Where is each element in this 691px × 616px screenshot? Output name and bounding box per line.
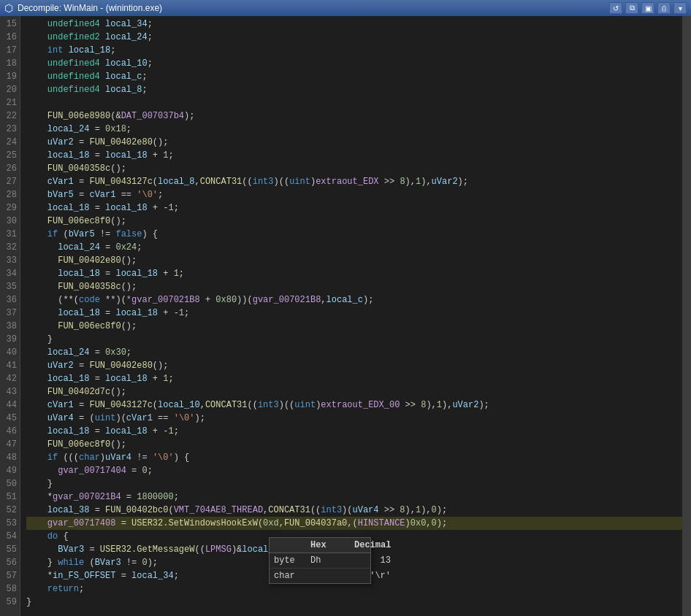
tooltip-byte-label: byte — [274, 555, 310, 566]
line-number: 42 — [0, 372, 17, 385]
code-line: return; — [26, 582, 682, 596]
code-line: FUN_006e8980(&DAT_007037b4); — [26, 109, 682, 123]
code-line: if (bVar5 != false) { — [26, 228, 682, 241]
line-number: 54 — [0, 530, 17, 543]
code-line: local_18 = local_18 + -1; — [26, 201, 682, 215]
line-number: 58 — [0, 582, 17, 596]
line-number: 30 — [0, 215, 17, 228]
code-line: undefined4 local_34; — [26, 18, 682, 31]
copy-button[interactable]: ⧉ — [625, 2, 638, 14]
titlebar-controls[interactable]: ↺ ⧉ ▣ ⎙ ▾ — [609, 2, 687, 14]
line-number: 49 — [0, 464, 17, 477]
code-area[interactable]: undefined4 local_34; undefined2 local_24… — [20, 16, 682, 616]
line-number: 28 — [0, 188, 17, 201]
titlebar-title: Decompile: WinMain - (winintion.exe) — [18, 3, 162, 13]
code-line: FUN_006ec8f0(); — [26, 215, 682, 228]
line-number: 38 — [0, 320, 17, 333]
code-line: cVar1 = FUN_0043127c(local_10,CONCAT31((… — [26, 399, 682, 412]
code-line: undefined4 local_c; — [26, 70, 682, 83]
line-number: 47 — [0, 438, 17, 451]
code-line: local_18 = local_18 + -1; — [26, 307, 682, 320]
line-number: 41 — [0, 359, 17, 372]
code-line: local_18 = local_18 + 1; — [26, 267, 682, 280]
line-number: 36 — [0, 293, 17, 307]
line-number: 35 — [0, 280, 17, 293]
code-line: FUN_00402e80(); — [26, 254, 682, 267]
line-number: 57 — [0, 569, 17, 582]
print-button[interactable]: ⎙ — [657, 2, 671, 14]
tooltip-row-char: char '\r' — [270, 569, 370, 583]
line-number: 48 — [0, 451, 17, 464]
vertical-scrollbar[interactable] — [682, 16, 691, 616]
code-line: } — [26, 596, 682, 609]
tooltip-header-hex: Hex — [310, 540, 354, 550]
line-number: 19 — [0, 70, 17, 83]
refresh-button[interactable]: ↺ — [609, 2, 622, 14]
code-line: int local_18; — [26, 44, 682, 57]
line-number: 33 — [0, 254, 17, 267]
code-line: FUN_0040358c(); — [26, 162, 682, 175]
line-number: 18 — [0, 57, 17, 70]
line-number: 50 — [0, 477, 17, 490]
line-number: 21 — [0, 96, 17, 109]
line-number: 16 — [0, 31, 17, 44]
line-number: 56 — [0, 556, 17, 569]
line-number: 55 — [0, 543, 17, 556]
line-number: 34 — [0, 267, 17, 280]
code-line: FUN_006ec8f0(); — [26, 320, 682, 333]
dropdown-button[interactable]: ▾ — [673, 2, 687, 14]
code-line: local_24 = 0x18; — [26, 123, 682, 136]
line-number: 39 — [0, 333, 17, 346]
line-number: 31 — [0, 228, 17, 241]
line-number: 51 — [0, 490, 17, 504]
code-line: uVar2 = FUN_00402e80(); — [26, 359, 682, 372]
code-line: uVar2 = FUN_00402e80(); — [26, 136, 682, 149]
line-number: 45 — [0, 412, 17, 425]
code-line: undefined4 local_10; — [26, 57, 682, 70]
tooltip-header: Hex Decimal — [270, 538, 370, 553]
code-line: local_18 = local_18 + -1; — [26, 425, 682, 438]
tooltip-char-label: char — [274, 571, 310, 581]
code-line: local_18 = local_18 + 1; — [26, 149, 682, 162]
tooltip-row-byte: byte Dh 13 — [270, 553, 370, 569]
line-number: 37 — [0, 307, 17, 320]
line-number: 23 — [0, 123, 17, 136]
tooltip-char-value: '\r' — [354, 571, 391, 581]
code-line: *gvar_007021B4 = 1800000; — [26, 490, 682, 504]
line-number: 24 — [0, 136, 17, 149]
line-number: 53 — [0, 517, 17, 530]
code-line: gvar_00717408 = USER32.SetWindowsHookExW… — [26, 517, 682, 530]
line-number: 17 — [0, 44, 17, 57]
line-number: 27 — [0, 175, 17, 188]
code-line: local_24 = 0x24; — [26, 241, 682, 254]
code-line: if (((char)uVar4 != '\0') { — [26, 451, 682, 464]
code-line: gvar_00717404 = 0; — [26, 464, 682, 477]
line-number: 44 — [0, 399, 17, 412]
tooltip-char-hex — [310, 571, 354, 581]
code-line: undefined2 local_24; — [26, 31, 682, 44]
code-line: uVar4 = (uint)(cVar1 == '\0'); — [26, 412, 682, 425]
line-number: 29 — [0, 201, 17, 215]
code-line: (**(code **)(*gvar_007021B8 + 0x80))(gva… — [26, 293, 682, 307]
code-line: local_24 = 0x30; — [26, 346, 682, 359]
code-line: FUN_006ec8f0(); — [26, 438, 682, 451]
line-number: 26 — [0, 162, 17, 175]
line-number: 52 — [0, 504, 17, 517]
tooltip-byte-decimal: 13 — [354, 555, 391, 566]
titlebar-left: ⬡ Decompile: WinMain - (winintion.exe) — [4, 2, 162, 14]
line-number-gutter: 1516171819202122232425262728293031323334… — [0, 16, 20, 616]
code-line: } — [26, 333, 682, 346]
window-button[interactable]: ▣ — [641, 2, 654, 14]
line-number: 46 — [0, 425, 17, 438]
code-line: local_18 = local_18 + 1; — [26, 372, 682, 385]
code-line: cVar1 = FUN_0043127c(local_8,CONCAT31((i… — [26, 175, 682, 188]
line-number: 59 — [0, 596, 17, 609]
code-line: undefined4 local_8; — [26, 83, 682, 96]
code-line: } — [26, 477, 682, 490]
titlebar: ⬡ Decompile: WinMain - (winintion.exe) ↺… — [0, 0, 691, 16]
code-line: local_38 = FUN_00402bc0(VMT_704AE8_THREA… — [26, 504, 682, 517]
line-number: 20 — [0, 83, 17, 96]
tooltip-byte-hex: Dh — [310, 555, 354, 566]
line-number: 15 — [0, 18, 17, 31]
code-line: FUN_00402d7c(); — [26, 385, 682, 399]
